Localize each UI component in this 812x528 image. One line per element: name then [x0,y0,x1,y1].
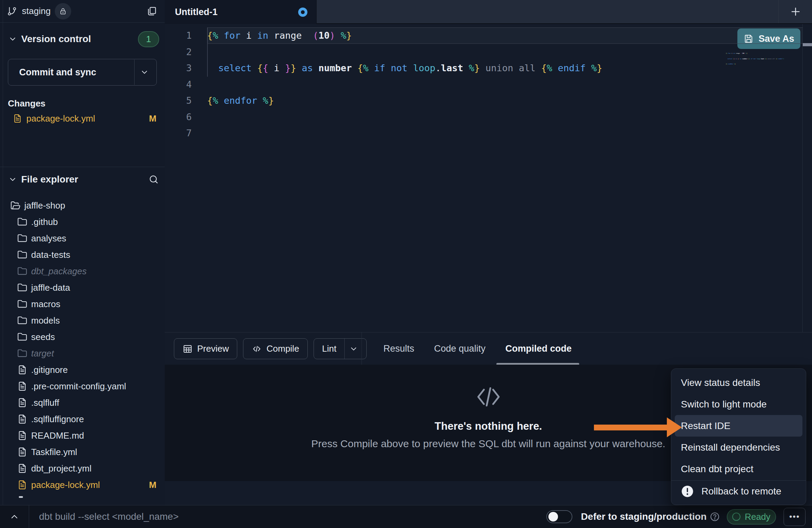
minimap[interactable]: {% for i in range (10) %} select {{ i }}… [726,52,784,73]
sidebar: staging Version control 1 Commit and syn… [0,0,165,505]
modified-flag: M [149,480,156,490]
tree-item-label: target [31,348,54,359]
menu-item-view-status-details[interactable]: View status details [675,372,802,393]
tree-item-package-lock.yml[interactable]: package-lock.ymlM [0,477,165,493]
button-split-divider [344,339,345,359]
lint-label: Lint [322,343,337,354]
defer-label: Defer to staging/production [581,511,707,522]
tree-item-.sqlfluff[interactable]: .sqlfluff [0,394,165,411]
commit-and-sync-label: Commit and sync [10,67,96,78]
more-options-button[interactable]: ••• [784,508,805,526]
tab-code-quality[interactable]: Code quality [434,343,485,354]
preview-button[interactable]: Preview [174,338,237,359]
tree-item-jaffle-data[interactable]: jaffle-data [0,279,165,296]
file-icon [17,381,27,391]
tree-item-.github[interactable]: .github [0,214,165,230]
code-line-7[interactable]: 7 [165,125,803,141]
scrollbar-thumb[interactable] [803,43,812,46]
plus-icon [789,5,802,18]
tree-item-label: seeds [31,332,55,342]
expand-command-bar-button[interactable] [0,505,29,528]
code-editor[interactable]: 1{% for i in range (10) %}23 select {{ i… [165,24,812,356]
tree-item-.sqlfluffignore[interactable]: .sqlfluffignore [0,411,165,427]
menu-item-switch-to-light-mode[interactable]: Switch to light mode [675,393,802,415]
tab-results[interactable]: Results [383,343,414,354]
changes-count-badge: 1 [138,31,159,47]
tree-item-label: .github [31,217,58,227]
status-dot-icon [732,513,740,521]
tree-item-dbt-packages[interactable]: dbt_packages [0,263,165,279]
changed-file-name: package-lock.yml [26,113,95,124]
compile-button[interactable]: Compile [243,338,307,359]
tree-item-macros[interactable]: macros [0,296,165,312]
code-line-1[interactable]: 1{% for i in range (10) %} [165,27,803,44]
tree-item-label: .gitignore [31,365,68,375]
menu-item-reinstall-dependencies[interactable]: Reinstall dependencies [675,437,802,458]
tree-item-.pre-commit-config.yaml[interactable]: .pre-commit-config.yaml [0,378,165,394]
code-line-6[interactable]: 6 [165,109,803,125]
file-explorer-title: File explorer [21,174,78,185]
version-control-header[interactable]: Version control 1 [0,30,165,48]
code-line-2[interactable]: 2 [165,44,803,60]
tree-item-label: analyses [31,233,66,244]
tree-item-taskfile.yml[interactable]: Taskfile.yml [0,444,165,460]
tree-item-dbt-project.yml[interactable]: dbt_project.yml [0,460,165,477]
folder-icon [17,348,27,359]
menu-item-rollback-to-remote[interactable]: Rollback to remote [675,481,802,501]
lock-icon [59,7,67,15]
tree-item-label: .sqlfluffignore [31,414,84,425]
folder-icon [17,282,27,293]
commit-and-sync-button[interactable]: Commit and sync [8,59,157,86]
unsaved-changes-dot-icon [298,8,307,17]
status-pill[interactable]: Ready [727,509,776,525]
commit-dropdown[interactable] [134,60,154,85]
defer-toggle[interactable] [546,510,572,523]
folder-open-icon [10,200,21,211]
folder-icon [17,217,27,227]
clipped-tree-item-fragment [19,496,23,498]
tree-item-analyses[interactable]: analyses [0,230,165,247]
tree-item-target[interactable]: target [0,345,165,362]
search-icon[interactable] [148,174,159,185]
command-input[interactable]: dbt build --select <model_name> [39,505,179,528]
tree-item-jaffle-shop[interactable]: jaffle-shop [0,197,165,214]
file-icon [17,365,27,375]
tree-item-.gitignore[interactable]: .gitignore [0,362,165,378]
new-tab-button[interactable] [778,0,812,23]
menu-list: View status detailsSwitch to light modeR… [671,372,806,480]
tab-compiled-code[interactable]: Compiled code [505,343,572,354]
tab-untitled-1[interactable]: Untitled-1 [165,0,317,24]
branch-name: staging [22,6,51,16]
tree-item-readme.md[interactable]: README.md [0,427,165,444]
menu-item-clean-dbt-project[interactable]: Clean dbt project [675,458,802,480]
panel-actions: PreviewCompileLint [174,338,367,359]
line-number: 4 [165,79,192,90]
editor-tabbar: Untitled-1 [165,0,812,24]
help-icon[interactable] [709,511,720,522]
tree-item-seeds[interactable]: seeds [0,329,165,345]
lint-button[interactable]: Lint [314,338,367,359]
file-explorer-header[interactable]: File explorer [0,171,165,188]
menu-item-restart-ide[interactable]: Restart IDE [675,415,802,437]
code-line-3[interactable]: 3 select {{ i }} as number {% if not loo… [165,60,803,76]
tree-item-label: Taskfile.yml [31,447,77,457]
code-line-4[interactable]: 4 [165,76,803,93]
editor-scrollbar[interactable] [802,24,812,356]
tree-item-label: README.md [31,430,84,441]
menu-divider [671,480,806,481]
tree-item-data-tests[interactable]: data-tests [0,247,165,263]
annotation-arrow [594,425,668,430]
command-bar: dbt build --select <model_name> Defer to… [0,505,812,528]
tree-item-label: package-lock.yml [31,480,100,490]
folder-icon [17,250,27,260]
folder-icon [17,266,27,276]
file-icon [17,398,27,408]
tree-item-models[interactable]: models [0,312,165,329]
code-line-5[interactable]: 5{% endfor %} [165,92,803,109]
panel-toolbar: PreviewCompileLint ResultsCode qualityCo… [165,332,812,365]
code-lines: 1{% for i in range (10) %}23 select {{ i… [165,27,803,141]
copy-icon[interactable] [146,6,157,17]
changed-file-row[interactable]: package-lock.ymlM [0,110,165,127]
version-control-title: Version control [21,34,91,45]
command-bar-right: Defer to staging/production Ready ••• [546,505,805,528]
